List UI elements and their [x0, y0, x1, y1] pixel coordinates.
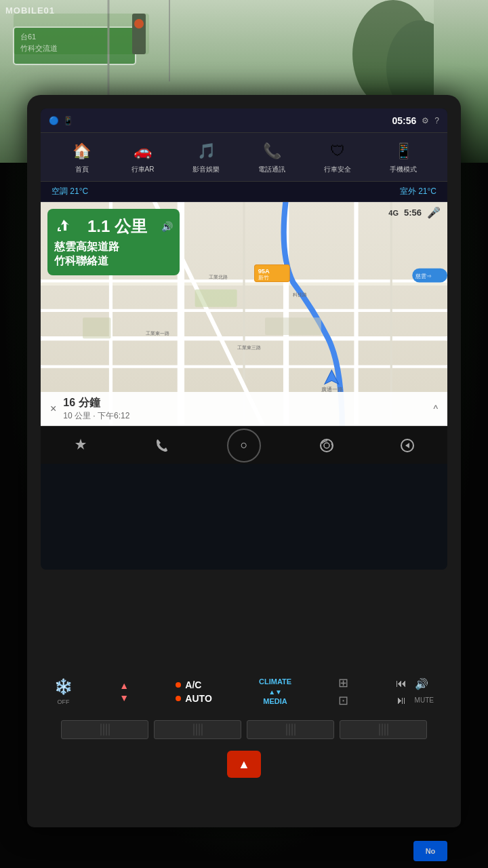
bluetooth-icon: 🔵	[49, 116, 59, 125]
auto-nav-button[interactable]	[66, 431, 96, 460]
map-container[interactable]: 95A 新竹 慈雲⇒ 工業北路 科技路 工業東一路 工業東三路 廣通一路 4G …	[41, 202, 447, 426]
auto-label[interactable]: AUTO	[185, 693, 211, 704]
climate-status-bar: 空調 21°C 室外 21°C	[41, 182, 447, 202]
status-right-info: 05:56 ⚙ ?	[392, 115, 440, 126]
vent-slit-3	[247, 720, 334, 739]
nav-icons-row: 🏠 首頁 🚗 行車AR 🎵 影音娛樂 📞 電話通訊 🛡 行車安全 📱 手	[41, 133, 447, 182]
phone-mode-icon: 📱	[392, 140, 414, 162]
nav-phone-mode[interactable]: 📱 手機模式	[390, 140, 417, 174]
ac-indicator-dot	[176, 682, 181, 688]
nav-safety[interactable]: 🛡 行車安全	[324, 140, 351, 174]
vent-line	[196, 724, 197, 736]
help-icon[interactable]: ?	[434, 116, 439, 125]
vent-line	[286, 724, 287, 736]
mute-label[interactable]: MUTE	[415, 696, 434, 704]
indoor-climate-text: 空調 21°C	[52, 186, 88, 197]
eta-panel: × 16 分鐘 10 公里 · 下午6:12 ^	[41, 392, 447, 426]
svg-text:95A: 95A	[258, 268, 270, 275]
climate-media-group: CLIMATE ▲▼ MEDIA	[259, 677, 291, 705]
ac-auto-group: A/C AUTO	[176, 679, 211, 704]
nav-home[interactable]: 🏠 首頁	[71, 140, 93, 174]
auto-home-button[interactable]: ○	[227, 429, 261, 462]
ac-row: A/C	[176, 679, 201, 690]
vent-slit-2	[154, 720, 241, 739]
physical-controls-area: ❄️ OFF ▲ ▼ A/C AUTO CLIM	[41, 665, 447, 827]
eta-expand-icon[interactable]: ^	[433, 403, 438, 414]
temp-down-button[interactable]: ▼	[119, 692, 129, 703]
map-time: 5:56	[404, 208, 422, 218]
main-console: 🔵 📱 05:56 ⚙ ? 🏠 首頁 🚗 行車AR 🎵 影音娛樂	[27, 95, 461, 827]
vent-slit-4	[340, 720, 427, 739]
nav-sound-icon[interactable]: 🔊	[161, 221, 173, 232]
map-mic-icon[interactable]: 🎤	[427, 206, 441, 219]
vent-line	[193, 724, 195, 736]
auto-music-button[interactable]	[312, 431, 342, 460]
svg-text:竹科交流道: 竹科交流道	[20, 44, 58, 52]
status-time: 05:56	[392, 115, 417, 126]
vent-lower-icon[interactable]: ⊡	[338, 693, 348, 708]
nav-instruction-panel: 1.1 公里 🔊 慈雲高架道路 竹科聯絡道	[47, 209, 180, 275]
media-controls-right: ⏮ 🔊 ⏯ MUTE	[396, 677, 434, 707]
volume-button[interactable]: 🔊	[415, 677, 428, 690]
eta-minutes: 16 分鐘	[63, 396, 426, 410]
watermark: MOBILE01	[5, 5, 55, 16]
svg-rect-24	[265, 317, 321, 335]
fan-icon: ❄️	[54, 678, 73, 696]
svg-point-38	[324, 443, 329, 448]
settings-icon[interactable]: ⚙	[422, 116, 429, 125]
turn-arrow-icon	[54, 217, 73, 236]
auto-row: AUTO	[176, 693, 211, 704]
dashcam-icon: 🚗	[131, 140, 153, 162]
auto-back-button[interactable]	[392, 431, 422, 460]
svg-text:工業東一路: 工業東一路	[146, 330, 169, 336]
ac-label[interactable]: A/C	[185, 679, 201, 690]
vent-line	[289, 724, 290, 736]
vent-line	[108, 724, 110, 736]
svg-text:台61: 台61	[20, 33, 36, 41]
svg-text:慈雲⇒: 慈雲⇒	[415, 273, 432, 279]
vent-upper-icon[interactable]: ⊞	[338, 675, 348, 690]
vent-line	[199, 724, 200, 736]
infotainment-screen: 🔵 📱 05:56 ⚙ ? 🏠 首頁 🚗 行車AR 🎵 影音娛樂	[41, 108, 447, 570]
eta-info: 16 分鐘 10 公里 · 下午6:12	[63, 396, 426, 422]
svg-rect-23	[195, 290, 237, 307]
svg-point-7	[134, 19, 144, 28]
eta-close-button[interactable]: ×	[50, 403, 56, 415]
vent-line	[103, 724, 104, 736]
media-icon: 🎵	[195, 140, 217, 162]
nav-road-name: 慈雲高架道路 竹科聯絡道	[54, 240, 173, 269]
nav-safety-label: 行車安全	[324, 165, 351, 174]
hazard-button[interactable]: ▲	[227, 751, 261, 778]
rewind-button[interactable]: ⏮	[396, 677, 407, 690]
media-row-top: ⏮ 🔊	[396, 677, 434, 690]
auto-phone-button[interactable]	[146, 431, 176, 460]
phone-connected-icon: 📱	[63, 116, 73, 125]
svg-text:工業東三路: 工業東三路	[237, 344, 261, 351]
indicator-text: No	[413, 841, 447, 861]
bottom-glow-indicator: No	[413, 841, 447, 861]
play-pause-button[interactable]: ⏯	[396, 694, 407, 707]
nav-media[interactable]: 🎵 影音娛樂	[192, 140, 220, 174]
nav-phone[interactable]: 📞 電話通訊	[258, 140, 285, 174]
temp-arrows: ▲ ▼	[119, 680, 129, 703]
map-status-bar: 4G 5:56 🎤	[388, 206, 441, 219]
vent-line	[382, 724, 383, 736]
temp-up-button[interactable]: ▲	[119, 680, 129, 691]
vent-slit-1	[61, 720, 148, 739]
eta-details: 10 公里 · 下午6:12	[63, 410, 426, 422]
vent-line	[100, 724, 102, 736]
svg-text:科技路: 科技路	[293, 292, 307, 298]
vent-line	[379, 724, 380, 736]
android-auto-bar: ○	[41, 426, 447, 464]
fan-control[interactable]: ❄️ OFF	[54, 678, 73, 705]
hazard-row: ▲	[41, 747, 447, 781]
phone-nav-icon: 📞	[261, 140, 283, 162]
nav-media-label: 影音娛樂	[192, 165, 220, 174]
media-row-bottom: ⏯ MUTE	[396, 694, 434, 707]
vent-line	[201, 724, 203, 736]
media-label: MEDIA	[263, 697, 287, 706]
climate-arrows-icon: ▲▼	[268, 688, 282, 696]
nav-dashcam[interactable]: 🚗 行車AR	[131, 140, 155, 174]
nav-phone-mode-label: 手機模式	[390, 165, 417, 174]
vent-line	[387, 724, 388, 736]
